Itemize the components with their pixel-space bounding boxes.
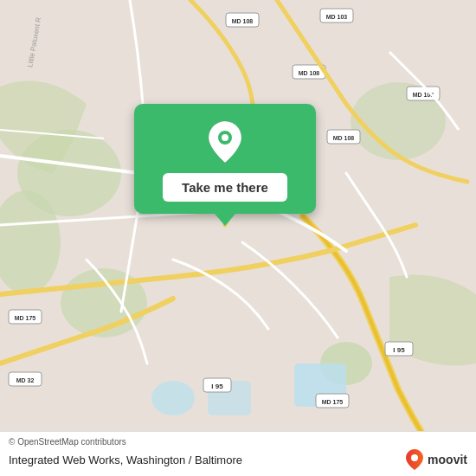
svg-text:MD 108: MD 108 bbox=[333, 135, 355, 141]
bottom-bar: © OpenStreetMap contributors Integrated … bbox=[0, 431, 476, 476]
svg-text:MD 108: MD 108 bbox=[232, 18, 254, 24]
location-name-row: Integrated Web Works, Washington / Balti… bbox=[9, 448, 467, 471]
osm-attribution: © OpenStreetMap contributors bbox=[9, 437, 467, 447]
location-name: Integrated Web Works, Washington / Balti… bbox=[9, 453, 242, 466]
take-me-there-button[interactable]: Take me there bbox=[163, 173, 287, 202]
svg-point-7 bbox=[151, 381, 195, 415]
svg-text:I 95: I 95 bbox=[393, 346, 405, 354]
map-svg: I 95 I 95 MD 175 MD 175 MD 32 MD 108 bbox=[0, 0, 476, 476]
svg-text:MD 175: MD 175 bbox=[322, 399, 344, 405]
popup-card: Take me there bbox=[134, 104, 316, 214]
svg-point-31 bbox=[222, 134, 228, 141]
map-container: I 95 I 95 MD 175 MD 175 MD 32 MD 108 bbox=[0, 0, 476, 476]
svg-text:MD 103: MD 103 bbox=[326, 14, 348, 20]
svg-text:MD 175: MD 175 bbox=[15, 315, 36, 321]
location-pin-icon bbox=[203, 119, 248, 164]
svg-text:I 95: I 95 bbox=[211, 383, 223, 390]
moovit-text: moovit bbox=[428, 453, 467, 466]
svg-text:MD 108: MD 108 bbox=[299, 70, 320, 76]
svg-point-32 bbox=[411, 454, 418, 461]
map-background: I 95 I 95 MD 175 MD 175 MD 32 MD 108 bbox=[0, 0, 476, 476]
moovit-logo[interactable]: moovit bbox=[405, 448, 467, 471]
svg-text:MD 32: MD 32 bbox=[16, 377, 35, 383]
moovit-pin-icon bbox=[405, 448, 424, 471]
